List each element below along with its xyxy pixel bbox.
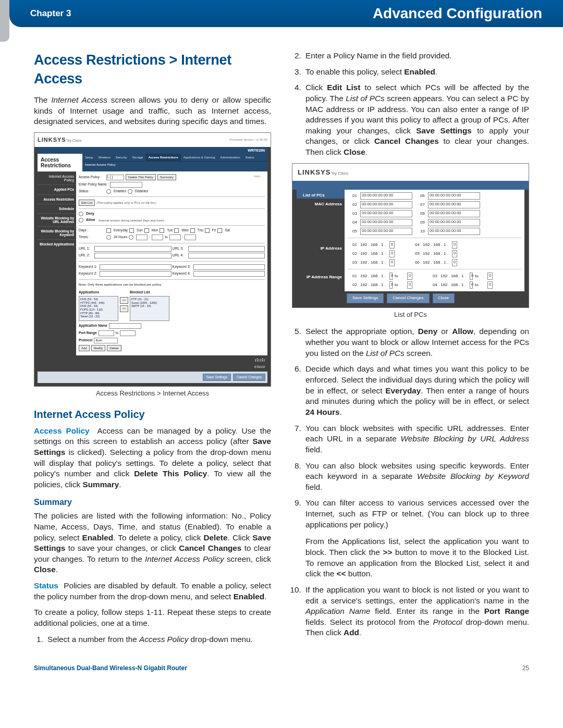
- mac-input-01[interactable]: 00:00:00:00:00:00: [360, 192, 412, 200]
- ip-range-label: IP Address Range: [297, 272, 345, 280]
- thu-check[interactable]: [190, 228, 195, 233]
- save-settings-button[interactable]: Save Settings: [203, 374, 231, 381]
- mac-input-10[interactable]: 00:00:00:00:00:00: [428, 228, 480, 235]
- port-to-label: to: [116, 331, 118, 336]
- range-from-01[interactable]: 0: [389, 273, 393, 280]
- range-to-03[interactable]: 0: [487, 273, 493, 280]
- time-from-hr[interactable]: [136, 235, 148, 240]
- kw2-input[interactable]: [100, 271, 172, 277]
- range-from-03[interactable]: 0: [470, 273, 473, 280]
- mac-input-09[interactable]: 00:00:00:00:00:00: [428, 219, 480, 226]
- summary-button[interactable]: Summary: [157, 174, 176, 180]
- fri-check[interactable]: [205, 228, 210, 233]
- sun-label: Sun: [137, 228, 143, 233]
- time-to-min[interactable]: [185, 235, 196, 240]
- time-to-hr[interactable]: [169, 235, 181, 240]
- applications-label: Applications: [79, 290, 118, 295]
- mac-input-05[interactable]: 00:00:00:00:00:00: [360, 228, 412, 235]
- mac-input-06[interactable]: 00:00:00:00:00:00: [428, 192, 480, 200]
- url3-input[interactable]: [188, 246, 265, 252]
- url1-input[interactable]: [94, 246, 172, 252]
- tab-status[interactable]: Status: [243, 154, 257, 161]
- lop-save-button[interactable]: Save Settings: [347, 293, 384, 303]
- blocked-list[interactable]: FTP (21 - 21) Some (1000 - 1200) SMTP (1…: [130, 296, 169, 321]
- main-tabs[interactable]: Setup Wireless Security Storage Access R…: [82, 154, 267, 162]
- chapter-label: Chapter 3: [30, 8, 71, 19]
- mac-input-02[interactable]: 00:00:00:00:00:00: [360, 201, 412, 208]
- mac-input-04[interactable]: 00:00:00:00:00:00: [360, 219, 412, 226]
- range-to-02[interactable]: 0: [407, 281, 412, 289]
- time-from-min[interactable]: [152, 235, 163, 240]
- modify-button[interactable]: Modify: [91, 345, 106, 351]
- ip-prefix-3: 192 . 168 . 1 .: [360, 260, 386, 266]
- mac-n-04: 04: [348, 220, 357, 226]
- allow-radio[interactable]: [79, 218, 83, 223]
- applications-list[interactable]: DNS (53 - 53) HTTPS (443 - 443) DNS (53 …: [79, 296, 118, 321]
- move-left-button[interactable]: <<: [120, 305, 128, 312]
- lop-close-button[interactable]: Close: [433, 293, 455, 303]
- port-to-input[interactable]: [120, 330, 136, 336]
- move-right-button[interactable]: >>: [120, 297, 128, 304]
- list-of-pcs-title: List of PCs: [297, 190, 345, 199]
- sun-check[interactable]: [129, 228, 134, 233]
- help-link[interactable]: Help...: [254, 174, 263, 178]
- tab-administration[interactable]: Administration: [217, 154, 242, 161]
- time-range-radio[interactable]: [129, 235, 133, 240]
- internet-access-policy-heading: Internet Access Policy: [34, 408, 271, 422]
- step-5: Select the appropriate option, Deny or A…: [303, 326, 529, 359]
- add-button[interactable]: Add: [79, 345, 90, 351]
- kw1-input[interactable]: [100, 264, 172, 270]
- tab-applications-gaming[interactable]: Applications & Gaming: [181, 154, 218, 161]
- kw4-input[interactable]: [193, 271, 265, 277]
- tab-setup[interactable]: Setup: [82, 154, 96, 161]
- brand-by-2: by Cisco: [333, 171, 349, 176]
- tab-access-restrictions[interactable]: Access Restrictions: [145, 154, 180, 161]
- delete-button[interactable]: Delete: [107, 345, 121, 351]
- disabled-radio[interactable]: [128, 189, 132, 194]
- ip-input-04[interactable]: 0: [452, 241, 457, 249]
- delete-policy-button[interactable]: Delete This Policy: [126, 174, 156, 180]
- everyday-check[interactable]: [106, 228, 111, 233]
- subtab-internet-access[interactable]: Internet Access Policy: [82, 162, 267, 168]
- access-policy-select[interactable]: 1 ( ): [106, 175, 124, 180]
- tab-security[interactable]: Security: [113, 154, 130, 161]
- range-to-01[interactable]: 0: [407, 273, 412, 280]
- ip-input-02[interactable]: 0: [389, 250, 395, 257]
- mac-input-03[interactable]: 00:00:00:00:00:00: [360, 210, 412, 217]
- cancel-changes-button[interactable]: Cancel Changes: [233, 374, 265, 381]
- spacer-blue: [292, 181, 529, 190]
- lop-cancel-button[interactable]: Cancel Changes: [387, 293, 429, 303]
- step-6: Decide which days and what times you wan…: [303, 364, 529, 417]
- mac-n-08: 08: [415, 211, 425, 217]
- policy-name-input[interactable]: [110, 182, 142, 188]
- range-to-3: to: [475, 274, 484, 279]
- mon-check[interactable]: [144, 228, 149, 233]
- tue-check[interactable]: [160, 228, 164, 233]
- range-from-02[interactable]: 0: [389, 281, 393, 289]
- ip-input-03[interactable]: 0: [389, 259, 395, 266]
- right-column: Enter a Policy Name in the field provide…: [292, 51, 529, 650]
- ip-input-01[interactable]: 0: [389, 241, 395, 249]
- enabled-radio[interactable]: [106, 189, 111, 194]
- tab-wireless[interactable]: Wireless: [96, 154, 113, 161]
- kw3-input[interactable]: [193, 264, 265, 270]
- url4-input[interactable]: [188, 253, 265, 258]
- 24hours-radio[interactable]: [106, 235, 111, 240]
- sat-check[interactable]: [217, 228, 222, 233]
- side-access-restriction: Access Restriction: [38, 194, 76, 204]
- tab-storage[interactable]: Storage: [129, 154, 145, 161]
- range-to-04[interactable]: 0: [487, 281, 493, 289]
- range-from-04[interactable]: 0: [470, 281, 473, 289]
- ip-input-05[interactable]: 0: [452, 250, 457, 257]
- url2-input[interactable]: [94, 253, 172, 258]
- protocol-select[interactable]: Both: [94, 338, 118, 343]
- mac-input-08[interactable]: 00:00:00:00:00:00: [428, 210, 480, 217]
- ip-input-06[interactable]: 0: [452, 259, 457, 266]
- mac-input-07[interactable]: 00:00:00:00:00:00: [428, 201, 480, 208]
- port-from-input[interactable]: [99, 330, 114, 336]
- edit-list-button[interactable]: Edit List: [79, 200, 95, 206]
- wed-check[interactable]: [174, 228, 179, 233]
- deny-radio[interactable]: [79, 212, 83, 216]
- app-name-input[interactable]: [109, 323, 141, 329]
- disabled-label: Disabled: [135, 189, 148, 194]
